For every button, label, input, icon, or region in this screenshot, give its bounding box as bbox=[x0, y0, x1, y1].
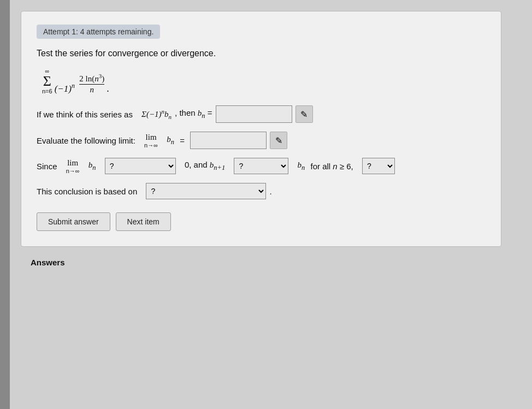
attempt-badge: Attempt 1: 4 attempts remaining. bbox=[37, 25, 160, 39]
conclusion-text: This conclusion is based on bbox=[37, 187, 137, 196]
conclusion-period: . bbox=[269, 187, 271, 196]
pencil-icon-2: ✎ bbox=[275, 135, 282, 146]
sigma-block: ∞ Σ n=6 bbox=[42, 68, 52, 94]
bn-definition-row: If we think of this series as Σ(−1)nbn ,… bbox=[37, 105, 486, 123]
bn-answer-input[interactable] bbox=[216, 105, 292, 123]
conclusion-dropdown-inline[interactable]: ? converges diverges bbox=[362, 158, 395, 174]
bn-var: bn bbox=[167, 135, 174, 146]
bn-for-all-text: bn bbox=[298, 161, 305, 172]
conclusion-row: This conclusion is based on ? the Altern… bbox=[37, 183, 486, 199]
question-card: Attempt 1: 4 attempts remaining. Test th… bbox=[21, 11, 501, 247]
fraction: 2 ln(n3) n bbox=[79, 73, 104, 94]
since-text: Since bbox=[37, 162, 57, 171]
sum-notation: Σ(−1)nbn bbox=[141, 108, 172, 120]
fraction-numerator: 2 ln(n3) bbox=[79, 73, 104, 85]
limit-eval-row: Evaluate the following limit: lim n→∞ bn… bbox=[37, 132, 486, 149]
left-sidebar bbox=[0, 0, 10, 409]
comparison-dropdown-2[interactable]: ? ≤ ≥ < > = bbox=[234, 158, 288, 174]
period: . bbox=[107, 83, 109, 94]
since-row: Since lim n→∞ bn ? = < > ≤ ≥ 0, and bn+1 bbox=[37, 158, 486, 174]
main-content: Attempt 1: 4 attempts remaining. Test th… bbox=[10, 0, 532, 409]
bn-pencil-button[interactable]: ✎ bbox=[295, 105, 313, 123]
submit-answer-button[interactable]: Submit answer bbox=[37, 212, 110, 231]
lim-notation: lim n→∞ bbox=[144, 133, 158, 149]
evaluate-text: Evaluate the following limit: bbox=[37, 136, 135, 145]
fraction-denominator: n bbox=[90, 85, 94, 94]
next-item-button[interactable]: Next item bbox=[116, 212, 171, 231]
for-all-text: for all n ≥ 6, bbox=[308, 162, 353, 171]
pencil-icon: ✎ bbox=[300, 109, 308, 120]
conclusion-based-on-dropdown[interactable]: ? the Alternating Series Test the Ratio … bbox=[146, 183, 266, 199]
sigma-limit: n=6 bbox=[42, 88, 52, 94]
lim-notation-2: lim n→∞ bbox=[66, 158, 80, 174]
sigma-symbol: Σ bbox=[43, 74, 51, 88]
series-term: (−1)n bbox=[55, 82, 78, 94]
bn-var-2: bn bbox=[88, 161, 96, 172]
zero-and-text: 0, and bn+1 bbox=[185, 160, 225, 172]
then-bn-text: , then bn = bbox=[175, 108, 212, 120]
series-display: ∞ Σ n=6 (−1)n 2 ln(n3) n . bbox=[42, 68, 486, 94]
action-buttons: Submit answer Next item bbox=[37, 212, 486, 231]
if-think-text: If we think of this series as bbox=[37, 110, 133, 119]
limit-answer-input[interactable] bbox=[190, 132, 267, 149]
question-intro: Test the series for convergence or diver… bbox=[37, 49, 486, 58]
answers-section-label: Answers bbox=[31, 258, 516, 267]
comparison-dropdown-1[interactable]: ? = < > ≤ ≥ bbox=[105, 158, 176, 174]
limit-pencil-button[interactable]: ✎ bbox=[270, 132, 287, 149]
